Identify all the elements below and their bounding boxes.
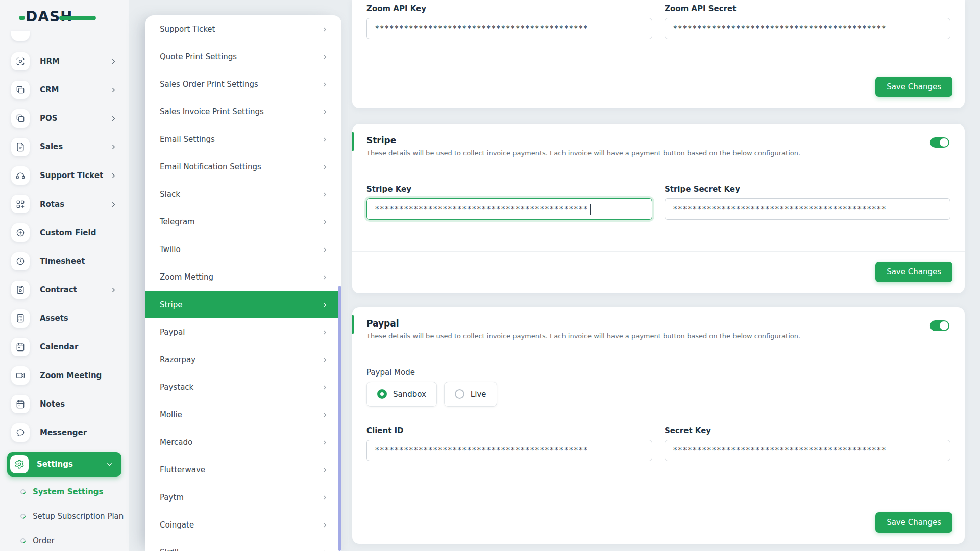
sidebar-item-crm[interactable]: CRM — [11, 81, 117, 99]
settings-menu-item-label: Telegram — [160, 217, 195, 227]
secret-key-input[interactable]: ****************************************… — [665, 440, 950, 461]
stripe-card-header: Stripe These details will be used to col… — [352, 124, 965, 165]
stripe-title: Stripe — [366, 135, 950, 145]
save-button[interactable]: Save Changes — [875, 512, 952, 533]
sidebar-item-sales[interactable]: Sales — [11, 138, 117, 156]
sidebar-item-contract[interactable]: Contract — [11, 281, 117, 299]
settings-menu-item[interactable]: Paystack — [145, 373, 341, 401]
status-ring-icon — [19, 513, 27, 520]
sidebar-item-rotas[interactable]: Rotas — [11, 195, 117, 213]
sidebar-item-label: Sales — [40, 142, 110, 152]
settings-menu-item-label: Sales Order Print Settings — [160, 80, 258, 89]
paypal-mode-sandbox-option[interactable]: Sandbox — [366, 382, 437, 407]
sidebar-item-zoom-meeting[interactable]: Zoom Meeting — [11, 366, 117, 385]
settings-menu-item[interactable]: Support Ticket — [145, 15, 341, 43]
settings-menu-panel: Support Ticket Quote Print Settings Sale… — [145, 15, 341, 551]
settings-menu-item-label: Support Ticket — [160, 24, 215, 34]
sidebar-item-label: Rotas — [40, 199, 110, 209]
app-logo[interactable]: DASH — [26, 8, 107, 28]
save-button[interactable]: Save Changes — [875, 77, 952, 97]
settings-menu-item[interactable]: Razorpay — [145, 346, 341, 373]
settings-menu-item[interactable]: Sales Order Print Settings — [145, 70, 341, 98]
secret-key-label: Secret Key — [665, 426, 950, 435]
zoom-api-key-input[interactable]: ****************************************… — [366, 18, 652, 39]
stripe-key-input[interactable]: ****************************************… — [366, 198, 652, 220]
video-icon — [11, 366, 30, 385]
chevron-right-icon — [322, 26, 328, 33]
save-button[interactable]: Save Changes — [875, 262, 952, 282]
settings-menu-item[interactable]: Quote Print Settings — [145, 43, 341, 70]
settings-menu-item[interactable]: Twilio — [145, 236, 341, 263]
settings-menu-item-label: Quote Print Settings — [160, 52, 237, 61]
sidebar-item-calendar[interactable]: Calendar — [11, 338, 117, 356]
sidebar-item-pos[interactable]: POS — [11, 109, 117, 128]
client-id-input[interactable]: ****************************************… — [366, 440, 652, 461]
chevron-right-icon — [322, 302, 328, 308]
cropped-nav-tile — [11, 31, 30, 41]
radio-unchecked-icon[interactable] — [455, 389, 464, 399]
calendar-icon — [11, 338, 30, 356]
chevron-right-icon — [322, 164, 328, 170]
paypal-enabled-toggle[interactable] — [930, 320, 949, 331]
sidebar-item-label: Calendar — [40, 342, 117, 352]
copy-icon — [11, 109, 30, 128]
settings-menu-item[interactable]: Paytm — [145, 484, 341, 511]
chevron-right-icon — [322, 384, 328, 391]
logo-green-bar — [59, 16, 96, 20]
paypal-title: Paypal — [366, 318, 950, 329]
submenu-item-setup-subscription-plan[interactable]: Setup Subscription Plan — [0, 504, 129, 529]
settings-menu-item-label: Paypal — [160, 328, 185, 337]
sidebar-item-label: Messenger — [40, 428, 117, 437]
zoom-api-secret-label: Zoom API Secret — [665, 4, 950, 13]
settings-menu-item[interactable]: Paypal — [145, 318, 341, 346]
submenu-item-label: System Settings — [33, 487, 104, 496]
radio-checked-icon[interactable] — [377, 389, 387, 399]
settings-menu-item-label: Sales Invoice Print Settings — [160, 107, 264, 116]
settings-menu-item[interactable]: Email Notification Settings — [145, 153, 341, 181]
settings-menu-item[interactable]: Slack — [145, 181, 341, 208]
zoom-api-secret-field: Zoom API Secret ************************… — [665, 4, 950, 39]
sidebar-item-label: Notes — [40, 399, 117, 409]
chat-icon — [11, 423, 30, 442]
zoom-api-key-field: Zoom API Key ***************************… — [366, 4, 652, 39]
settings-menu-item[interactable]: Flutterwave — [145, 456, 341, 484]
sidebar-item-settings[interactable]: Settings — [7, 452, 121, 477]
settings-menu-item[interactable]: Sales Invoice Print Settings — [145, 98, 341, 126]
settings-menu-item[interactable]: Mollie — [145, 401, 341, 429]
settings-menu-item-label: Mercado — [160, 438, 192, 447]
sidebar-item-timesheet[interactable]: Timesheet — [11, 252, 117, 270]
settings-menu-item[interactable]: Coingate — [145, 511, 341, 539]
settings-menu-item[interactable]: Stripe — [145, 291, 341, 318]
sidebar-item-label: Assets — [40, 314, 117, 323]
zoom-api-secret-input[interactable]: ****************************************… — [665, 18, 950, 39]
settings-menu-item[interactable]: Zoom Metting — [145, 263, 341, 291]
settings-menu-item-label: Email Notification Settings — [160, 162, 261, 171]
settings-menu-item[interactable]: Email Settings — [145, 126, 341, 153]
status-ring-icon — [19, 537, 27, 544]
chevron-right-icon — [322, 522, 328, 529]
accent-bar — [352, 132, 354, 151]
submenu-item-system-settings[interactable]: System Settings — [0, 480, 129, 504]
settings-menu-item[interactable]: Mercado — [145, 429, 341, 456]
paypal-client-id-field: Client ID ******************************… — [366, 426, 652, 461]
sidebar-item-custom-field[interactable]: Custom Field — [11, 223, 117, 242]
sidebar-item-hrm[interactable]: HRM — [11, 52, 117, 70]
stripe-secret-key-input[interactable]: ****************************************… — [665, 198, 950, 220]
file-icon — [11, 138, 30, 156]
settings-menu-item[interactable]: Telegram — [145, 208, 341, 236]
chevron-right-icon — [322, 329, 328, 336]
paypal-mode-live-option[interactable]: Live — [444, 382, 497, 407]
sidebar-item-messenger[interactable]: Messenger — [11, 423, 117, 442]
sidebar-item-assets[interactable]: Assets — [11, 309, 117, 328]
submenu-item-order[interactable]: Order — [0, 529, 129, 551]
settings-menu-item[interactable]: Skrill — [145, 539, 341, 551]
settings-menu-item-label: Slack — [160, 190, 180, 199]
panel-scrollbar[interactable] — [338, 286, 341, 551]
sidebar-item-support-ticket[interactable]: Support Ticket — [11, 166, 117, 185]
sidebar-item-label: Timesheet — [40, 257, 117, 266]
settings-menu-item-label: Zoom Metting — [160, 272, 213, 282]
stripe-enabled-toggle[interactable] — [930, 137, 949, 148]
sidebar-item-notes[interactable]: Notes — [11, 395, 117, 413]
submenu-item-label: Order — [33, 536, 55, 545]
chevron-right-icon — [110, 115, 117, 122]
